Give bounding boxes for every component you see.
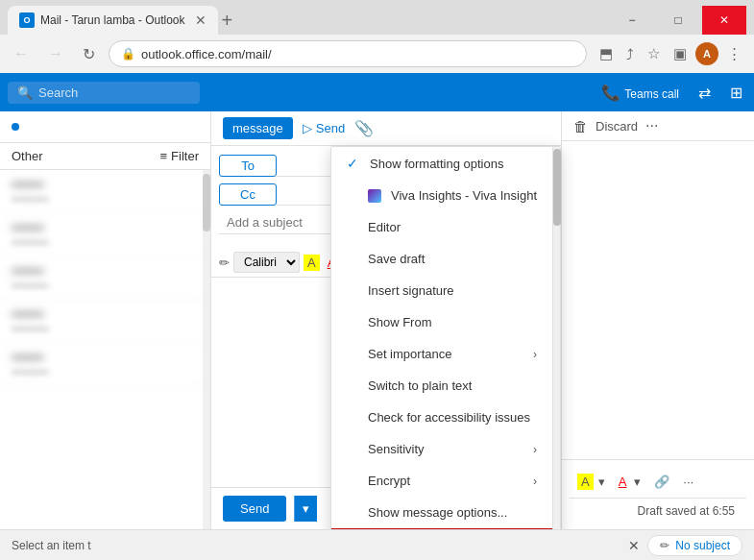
dropdown-item-editor[interactable]: Editor (331, 211, 552, 243)
dropdown-item-show-formatting[interactable]: ✓ Show formatting options (331, 147, 552, 180)
compose-area: message ▷ Send 📎 To Cc (211, 111, 562, 529)
dropdown-label-switch-plain: Switch to plain text (368, 378, 472, 393)
right-panel: 🗑 Discard ··· A ▾ A ▾ 🔗 (562, 111, 754, 529)
email-list: •••••••• •••••••••• •••••••• •••••••••• … (0, 170, 203, 529)
subject-edit-button[interactable]: No subject (675, 539, 730, 552)
dropdown-item-switch-plain[interactable]: Switch to plain text (331, 370, 552, 402)
sync-button[interactable]: ⇄ (694, 80, 715, 106)
dropdown-label-show-formatting: Show formatting options (370, 157, 503, 171)
font-color-button[interactable]: A (616, 472, 630, 492)
tab-bar: O Mail - Tarun lamba - Outlook ✕ + − □ ✕ (0, 0, 754, 35)
to-button[interactable]: To (219, 155, 277, 177)
new-tab-button[interactable]: + (222, 11, 233, 30)
list-item[interactable]: •••••••• •••••••••• (0, 300, 203, 343)
teams-call-button[interactable]: 📞 Teams call (597, 80, 683, 106)
dropdown-item-polls[interactable]: 📊 Polls (331, 528, 552, 529)
share-button[interactable]: ⤴ (621, 43, 639, 65)
send-bottom-button[interactable]: Send (223, 496, 286, 522)
dropdown-label-show-from: Show From (368, 315, 431, 329)
send-dropdown-button[interactable]: ▾ (294, 496, 317, 522)
lock-icon: 🔒 (121, 47, 135, 61)
highlight-dropdown[interactable]: ▾ (596, 472, 608, 492)
discard-button[interactable]: Discard (596, 119, 638, 134)
trash-icon: 🗑 (573, 118, 588, 134)
right-toolbar: 🗑 Discard ··· (562, 111, 754, 141)
more-right-button[interactable]: ··· (680, 472, 696, 492)
dropdown-item-set-importance[interactable]: Set importance › (331, 338, 552, 370)
dropdown-item-accessibility[interactable]: Check for accessibility issues (331, 402, 552, 433)
dropdown-item-insert-signature[interactable]: Insert signature (331, 275, 552, 306)
list-item[interactable]: •••••••• •••••••••• (0, 213, 203, 256)
select-item-text: Select an item t (12, 539, 620, 552)
list-item[interactable]: •••••••• •••••••••• (0, 343, 203, 386)
bottom-bar: Select an item t ✕ ✏ No subject (0, 529, 754, 560)
address-bar[interactable]: 🔒 outlook.office.com/mail/ (109, 40, 587, 67)
more-options-button[interactable]: ··· (645, 117, 658, 134)
compose-title[interactable]: message (223, 117, 293, 139)
search-input[interactable] (38, 85, 182, 100)
filter-bar: Other ≡ Filter (0, 143, 210, 170)
subject-display: ✏ No subject (647, 535, 742, 556)
main-content: Other ≡ Filter •••••••• •••••••••• •••••… (0, 111, 754, 529)
compose-toolbar: message ▷ Send 📎 (211, 111, 561, 146)
maximize-button[interactable]: □ (656, 6, 700, 35)
font-select[interactable]: Calibri (233, 252, 300, 273)
url-text: outlook.office.com/mail/ (141, 47, 574, 61)
arrow-icon-sensitivity: › (533, 443, 537, 456)
viva-icon (368, 189, 381, 203)
bottom-close-button[interactable]: ✕ (628, 538, 640, 553)
list-item[interactable]: •••••••• •••••••••• (0, 170, 203, 213)
profile-avatar[interactable]: A (695, 42, 718, 65)
color-format-row: A ▾ A ▾ 🔗 ··· (570, 466, 746, 498)
font-color-dropdown[interactable]: ▾ (631, 472, 644, 492)
cast-button[interactable]: ⬒ (595, 42, 618, 65)
dropdown-item-show-from[interactable]: Show From (331, 306, 552, 338)
format-highlight-button[interactable]: A (304, 255, 320, 271)
dropdown-label-insert-signature: Insert signature (368, 283, 454, 298)
sidebar: Other ≡ Filter •••••••• •••••••••• •••••… (0, 111, 211, 529)
dropdown-item-message-options[interactable]: Show message options... (331, 497, 552, 528)
cc-button[interactable]: Cc (219, 183, 277, 206)
dropdown-item-sensitivity[interactable]: Sensitivity › (331, 433, 552, 465)
dropdown-menu: ✓ Show formatting options Viva Insights … (330, 146, 561, 529)
minimize-button[interactable]: − (610, 6, 654, 35)
discard-label: Discard (596, 119, 638, 134)
bookmark-button[interactable]: ☆ (643, 42, 665, 65)
right-body (562, 141, 754, 459)
arrow-icon-encrypt: › (533, 475, 537, 488)
tab-favicon: O (19, 12, 35, 28)
active-tab[interactable]: O Mail - Tarun lamba - Outlook ✕ (8, 6, 218, 35)
no-subject-label: No subject (675, 539, 730, 552)
back-button[interactable]: ← (8, 41, 35, 66)
apps-button[interactable]: ⊞ (726, 80, 746, 106)
dropdown-label-set-importance: Set importance (368, 347, 451, 361)
split-button[interactable]: ▣ (669, 42, 692, 65)
link-button[interactable]: 🔗 (651, 472, 672, 492)
list-item[interactable]: •••••••• •••••••••• (0, 256, 203, 300)
filter-button[interactable]: ≡ Filter (160, 149, 199, 163)
attach-button[interactable]: 📎 (354, 119, 374, 137)
dropdown-label-encrypt: Encrypt (368, 474, 410, 488)
outlook-app: 🔍 📞 Teams call ⇄ ⊞ Other ≡ Filter (0, 73, 754, 560)
refresh-button[interactable]: ↻ (77, 41, 101, 67)
tab-title: Mail - Tarun lamba - Outlook (40, 13, 185, 27)
status-bar: Draft saved at 6:55 (570, 498, 746, 523)
tab-close-button[interactable]: ✕ (195, 12, 207, 28)
sidebar-header (0, 111, 210, 143)
highlight-button[interactable]: A (577, 474, 594, 490)
dropdown-item-encrypt[interactable]: Encrypt › (331, 465, 552, 497)
arrow-icon: › (533, 348, 537, 361)
edit-icon: ✏ (660, 539, 669, 552)
dropdown-item-viva[interactable]: Viva Insights - Viva Insight (331, 180, 552, 211)
search-box[interactable]: 🔍 (8, 82, 200, 104)
dropdown-item-save-draft[interactable]: Save draft (331, 243, 552, 275)
send-icon: ▷ (303, 121, 312, 135)
toolbar-actions: 📞 Teams call ⇄ ⊞ (597, 80, 746, 106)
outlook-toolbar: 🔍 📞 Teams call ⇄ ⊞ (0, 73, 754, 111)
close-button[interactable]: ✕ (702, 6, 746, 35)
menu-button[interactable]: ⋮ (722, 42, 746, 65)
forward-button[interactable]: → (42, 41, 69, 66)
send-top-button[interactable]: ▷ Send (303, 121, 345, 135)
nav-bar: ← → ↻ 🔒 outlook.office.com/mail/ ⬒ ⤴ ☆ ▣… (0, 35, 754, 73)
draft-saved-text: Draft saved at 6:55 (638, 504, 735, 518)
